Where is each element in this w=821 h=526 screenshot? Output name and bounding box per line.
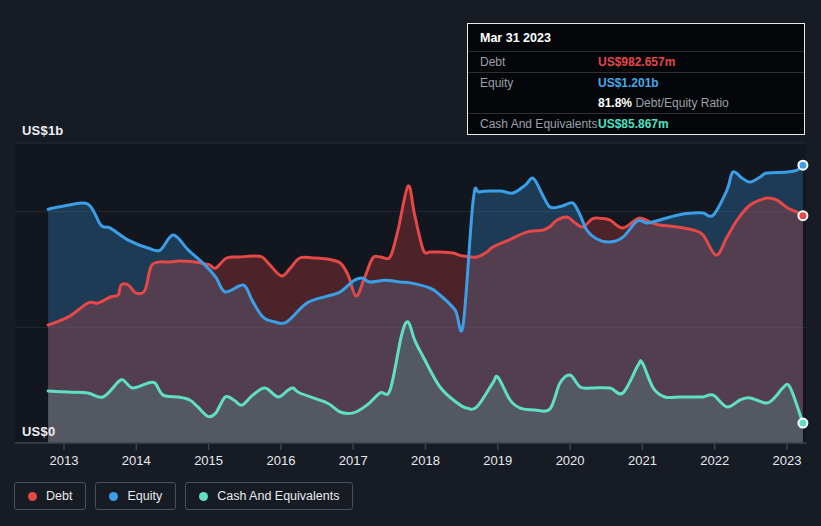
- x-axis-label-2016: 2016: [266, 453, 295, 468]
- tooltip-cash-value: US$85.867m: [598, 117, 669, 131]
- x-axis-label-2015: 2015: [194, 453, 223, 468]
- y-axis-label-max: US$1b: [22, 123, 63, 138]
- legend-equity-label: Equity: [127, 489, 162, 503]
- tooltip-ratio-value: 81.8% Debt/Equity Ratio: [598, 96, 729, 110]
- tooltip-equity-label: Equity: [480, 76, 598, 90]
- tooltip-row-ratio: 81.8% Debt/Equity Ratio: [468, 93, 804, 113]
- cash-endpoint-dot[interactable]: [798, 419, 807, 428]
- x-axis-label-2021: 2021: [628, 453, 657, 468]
- legend-item-cash[interactable]: Cash And Equivalents: [185, 482, 353, 510]
- x-axis-label-2019: 2019: [483, 453, 512, 468]
- tooltip-row-equity: Equity US$1.201b: [468, 72, 804, 93]
- x-axis-label-2020: 2020: [556, 453, 585, 468]
- x-axis-label-2022: 2022: [700, 453, 729, 468]
- tooltip-row-cash: Cash And Equivalents US$85.867m: [468, 113, 804, 134]
- tooltip-equity-value: US$1.201b: [598, 76, 659, 90]
- legend-debt-label: Debt: [46, 489, 72, 503]
- legend-item-equity[interactable]: Equity: [95, 482, 176, 510]
- equity-endpoint-dot[interactable]: [798, 161, 807, 170]
- debt-dot-icon: [28, 492, 37, 501]
- debt-endpoint-dot[interactable]: [798, 211, 807, 220]
- chart-tooltip: Mar 31 2023 Debt US$982.657m Equity US$1…: [467, 23, 805, 135]
- debt-equity-chart-page: 2013201420152016201720182019202020212022…: [0, 0, 821, 526]
- legend-item-debt[interactable]: Debt: [14, 482, 86, 510]
- cash-dot-icon: [199, 492, 208, 501]
- x-axis-label-2018: 2018: [411, 453, 440, 468]
- x-axis-label-2013: 2013: [50, 453, 79, 468]
- tooltip-debt-label: Debt: [480, 55, 598, 69]
- tooltip-debt-value: US$982.657m: [598, 55, 675, 69]
- debt-equity-ratio-number: 81.8%: [598, 96, 632, 110]
- debt-equity-ratio-label: Debt/Equity Ratio: [635, 96, 728, 110]
- legend-cash-label: Cash And Equivalents: [217, 489, 339, 503]
- y-axis-label-zero: US$0: [22, 424, 55, 439]
- chart-legend: Debt Equity Cash And Equivalents: [14, 482, 353, 510]
- tooltip-row-debt: Debt US$982.657m: [468, 52, 804, 72]
- tooltip-cash-label: Cash And Equivalents: [480, 117, 598, 131]
- x-axis-label-2017: 2017: [339, 453, 368, 468]
- tooltip-date: Mar 31 2023: [468, 24, 804, 52]
- x-axis-label-2014: 2014: [122, 453, 151, 468]
- equity-dot-icon: [109, 492, 118, 501]
- x-axis-label-2023: 2023: [773, 453, 802, 468]
